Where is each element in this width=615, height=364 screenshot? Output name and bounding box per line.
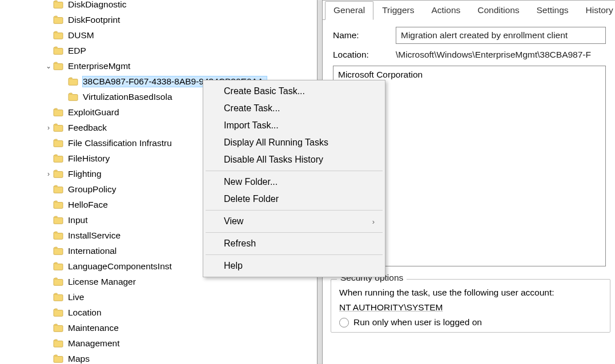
menu-item[interactable]: Disable All Tasks History bbox=[203, 151, 385, 168]
folder-icon bbox=[53, 339, 63, 347]
menu-item[interactable]: Refresh bbox=[203, 235, 385, 252]
security-account: NT AUTHORITY\SYSTEM bbox=[339, 302, 602, 313]
folder-icon bbox=[53, 231, 63, 240]
menu-separator bbox=[206, 210, 383, 211]
tree-label: Feedback bbox=[68, 123, 110, 133]
menu-item[interactable]: Create Task... bbox=[203, 100, 385, 117]
svg-rect-13 bbox=[55, 201, 57, 202]
tree-item[interactable]: EDP bbox=[0, 43, 317, 58]
menu-separator bbox=[206, 254, 383, 255]
svg-rect-11 bbox=[55, 170, 57, 171]
tree-label: Input bbox=[68, 215, 91, 225]
tab-actions[interactable]: Actions bbox=[423, 1, 469, 20]
menu-item[interactable]: Display All Running Tasks bbox=[203, 134, 385, 151]
menu-separator bbox=[206, 171, 383, 171]
tree-label: DUSM bbox=[68, 30, 98, 41]
tree-label: FileHistory bbox=[68, 153, 113, 164]
context-menu: Create Basic Task...Create Task...Import… bbox=[203, 80, 385, 277]
tree-label: License Manager bbox=[68, 277, 139, 287]
menu-label: Refresh bbox=[224, 238, 256, 249]
menu-label: View bbox=[224, 216, 243, 227]
folder-icon bbox=[53, 62, 63, 70]
name-input[interactable] bbox=[396, 27, 606, 44]
radio-icon bbox=[339, 318, 349, 327]
tree-item[interactable]: Management bbox=[0, 335, 317, 351]
menu-label: New Folder... bbox=[224, 177, 278, 187]
svg-rect-7 bbox=[55, 108, 57, 110]
tree-item[interactable]: ⌄EnterpriseMgmt bbox=[0, 58, 317, 74]
security-group: Security options When running the task, … bbox=[331, 279, 610, 333]
folder-icon bbox=[53, 216, 63, 224]
svg-rect-16 bbox=[55, 247, 57, 248]
tree-label: HelloFace bbox=[68, 200, 111, 210]
menu-label: Create Task... bbox=[224, 103, 280, 114]
tree-item[interactable]: Live bbox=[0, 289, 317, 305]
folder-icon bbox=[53, 185, 63, 193]
tab-triggers[interactable]: Triggers bbox=[373, 1, 423, 20]
tree-label: DiskDiagnostic bbox=[68, 0, 130, 10]
folder-icon bbox=[53, 123, 63, 132]
menu-item[interactable]: Create Basic Task... bbox=[203, 83, 385, 100]
folder-icon bbox=[53, 154, 63, 163]
tree-label: InstallService bbox=[68, 230, 124, 241]
folder-icon bbox=[68, 77, 78, 86]
svg-rect-9 bbox=[55, 139, 57, 140]
chevron-right-icon[interactable]: › bbox=[44, 170, 53, 178]
folder-icon bbox=[53, 15, 63, 24]
tree-label: Live bbox=[68, 292, 87, 302]
folder-icon bbox=[53, 308, 63, 317]
menu-label: Help bbox=[224, 261, 243, 271]
menu-label: Display All Running Tasks bbox=[224, 137, 328, 148]
folder-icon bbox=[53, 323, 63, 332]
tree-label: Management bbox=[68, 338, 123, 349]
folder-icon bbox=[68, 92, 78, 101]
tab-conditions[interactable]: Conditions bbox=[469, 1, 528, 20]
location-label: Location: bbox=[333, 50, 396, 60]
chevron-right-icon[interactable]: › bbox=[44, 124, 53, 132]
tree-label: GroupPolicy bbox=[68, 184, 119, 195]
folder-icon bbox=[53, 139, 63, 147]
svg-rect-18 bbox=[55, 278, 57, 279]
tree-item[interactable]: DiskFootprint bbox=[0, 12, 317, 27]
svg-rect-10 bbox=[55, 155, 57, 156]
author-value: Microsoft Corporation bbox=[338, 70, 601, 80]
svg-rect-17 bbox=[55, 262, 57, 264]
tab-bar: GeneralTriggersActionsConditionsSettings… bbox=[323, 1, 615, 20]
tree-label: EnterpriseMgmt bbox=[68, 61, 134, 71]
svg-rect-12 bbox=[55, 185, 57, 187]
tree-item[interactable]: Location bbox=[0, 305, 317, 320]
folder-icon bbox=[53, 277, 63, 286]
folder-icon bbox=[53, 200, 63, 209]
tab-settings[interactable]: Settings bbox=[528, 1, 577, 20]
security-line1: When running the task, use the following… bbox=[339, 288, 602, 298]
tab-general[interactable]: General bbox=[325, 1, 373, 20]
tree-label: Location bbox=[68, 308, 105, 318]
menu-item[interactable]: New Folder... bbox=[203, 173, 385, 191]
folder-icon bbox=[53, 31, 63, 39]
name-label: Name: bbox=[333, 30, 396, 41]
tree-label: EDP bbox=[68, 46, 90, 56]
location-value: \Microsoft\Windows\EnterpriseMgmt\38CBA9… bbox=[396, 50, 591, 60]
svg-rect-20 bbox=[55, 309, 57, 310]
chevron-right-icon: › bbox=[372, 217, 375, 226]
tree-item[interactable]: DUSM bbox=[0, 27, 317, 43]
svg-rect-21 bbox=[55, 324, 57, 325]
tree-label: DiskFootprint bbox=[68, 15, 123, 25]
radio-logged-on[interactable]: Run only when user is logged on bbox=[339, 317, 602, 327]
menu-label: Import Task... bbox=[224, 120, 279, 131]
radio-label: Run only when user is logged on bbox=[353, 317, 482, 327]
svg-rect-3 bbox=[55, 47, 57, 48]
chevron-down-icon[interactable]: ⌄ bbox=[44, 62, 53, 70]
folder-icon bbox=[53, 169, 63, 178]
tab-history[interactable]: History bbox=[577, 1, 615, 20]
tree-item[interactable]: Maps bbox=[0, 351, 317, 364]
tree-label: File Classification Infrastru bbox=[68, 138, 175, 148]
svg-rect-8 bbox=[55, 124, 57, 125]
tree-item[interactable]: Maintenance bbox=[0, 320, 317, 335]
menu-item[interactable]: Help bbox=[203, 257, 385, 274]
tree-label: VirtulizationBasedIsola bbox=[83, 92, 176, 102]
menu-item[interactable]: View› bbox=[203, 213, 385, 230]
menu-item[interactable]: Import Task... bbox=[203, 117, 385, 134]
menu-item[interactable]: Delete Folder bbox=[203, 191, 385, 208]
tree-item[interactable]: DiskDiagnostic bbox=[0, 0, 317, 12]
